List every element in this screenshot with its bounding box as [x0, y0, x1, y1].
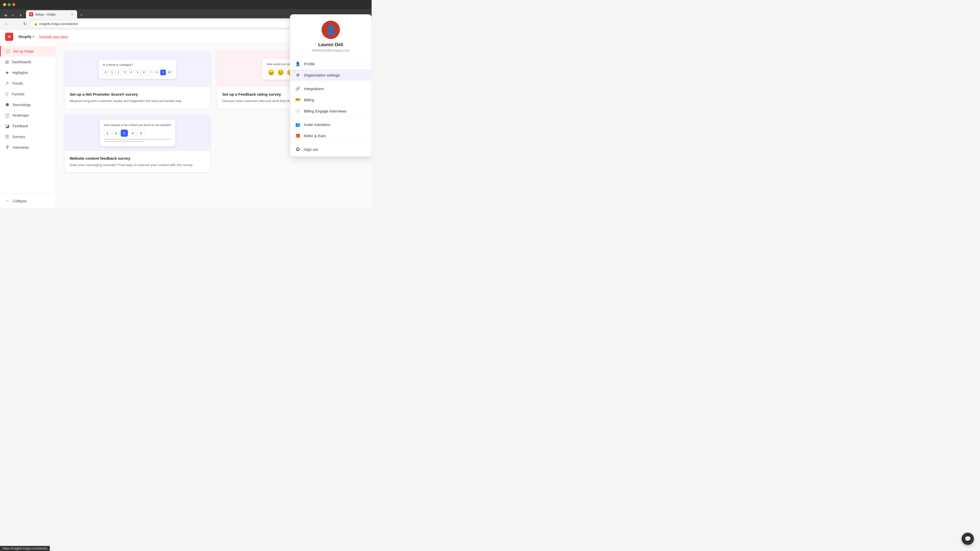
rating-btn-3-selected[interactable]: 3: [121, 130, 128, 137]
dropdown-divider-3: [290, 142, 371, 143]
dropdown-item-refer[interactable]: 🎁 Refer & Earn: [290, 130, 371, 141]
site-selector[interactable]: Shopify ▾: [16, 34, 36, 40]
sidebar-funnels-label: Funnels: [12, 92, 24, 96]
sidebar-dashboards-label: Dashboards: [12, 60, 32, 64]
invite-label: Invite members: [304, 122, 330, 127]
dashboards-icon: ⊞: [5, 59, 9, 65]
window-control-close[interactable]: [12, 3, 15, 6]
nps-question: to a friend or colleague?: [103, 63, 172, 67]
billing-label: Billing: [304, 98, 314, 102]
url-bar[interactable]: 🔒 insights.hotjar.com/site/list: [30, 20, 303, 28]
sidebar-trends-label: Trends: [12, 81, 23, 86]
signout-icon: ⏻: [295, 147, 301, 152]
nps-preview: to a friend or colleague? 0 1 2 3 4 5 6 …: [65, 51, 210, 87]
rating-btn-4[interactable]: 4: [129, 130, 136, 137]
tab-close-icon[interactable]: ✕: [70, 12, 74, 16]
dropdown-user-name: Lauren Deli: [295, 42, 366, 48]
dropdown-user-email: 83455102@moodjoy.com: [295, 48, 366, 52]
dropdown-item-integrations[interactable]: 🔗 Integrations: [290, 83, 371, 94]
dropdown-header: 👤 Lauren Deli 83455102@moodjoy.com: [290, 14, 371, 57]
sidebar-surveys-label: Surveys: [12, 135, 25, 139]
nps-btn-5[interactable]: 5: [135, 70, 140, 75]
sidebar-heatmaps-label: Heatmaps: [13, 113, 29, 118]
refer-icon: 🎁: [295, 133, 301, 138]
profile-icon: 👤: [295, 61, 301, 66]
dropdown-item-profile[interactable]: 👤 Profile: [290, 58, 371, 69]
billing-engage-icon: 📄: [295, 108, 301, 114]
window-control-maximize[interactable]: [8, 3, 11, 6]
sidebar-item-heatmaps[interactable]: ◫ Heatmaps: [0, 110, 56, 121]
collapse-label: Collapse: [13, 199, 27, 203]
nps-buttons-row: 0 1 2 3 4 5 6 7 8 9 10: [103, 70, 172, 75]
rating-btn-2[interactable]: 2: [112, 130, 119, 137]
nps-btn-4[interactable]: 4: [128, 70, 134, 75]
org-settings-icon: ⚙: [295, 73, 301, 78]
upgrade-link[interactable]: Upgrade your plans: [39, 35, 68, 38]
new-tab-btn[interactable]: +: [78, 12, 85, 18]
rating-btn-1[interactable]: 1: [104, 130, 111, 137]
dropdown-items: 👤 Profile ⚙ Organization settings 🔗 Inte…: [290, 57, 371, 156]
sidebar-item-trends[interactable]: ↗ Trends: [0, 78, 56, 89]
sidebar-item-dashboards[interactable]: ⊞ Dashboards: [0, 57, 56, 67]
sidebar-item-highlights[interactable]: ★ Highlights: [0, 67, 56, 78]
dropdown-item-billing[interactable]: 💳 Billing: [290, 94, 371, 105]
content-card-body: Website content feedback survey Does you…: [65, 151, 210, 173]
content-feedback-card[interactable]: How relevant is the content you found on…: [64, 115, 211, 173]
nps-btn-8[interactable]: 8: [154, 70, 159, 75]
dropdown-item-org-settings[interactable]: ⚙ Organization settings: [290, 69, 371, 81]
sidebar: ⬡ Set up Hotjar ⊞ Dashboards ★ Highlight…: [0, 44, 56, 208]
nps-widget: to a friend or colleague? 0 1 2 3 4 5 6 …: [99, 59, 177, 79]
billing-engage-label: Billing Engage interviews: [304, 109, 347, 113]
feedback-icon: ◪: [5, 123, 10, 129]
tab-recent-btn[interactable]: ▾: [18, 12, 24, 18]
funnels-icon: ▽: [5, 91, 9, 97]
collapse-btn[interactable]: ← Collapse: [0, 196, 56, 206]
content-question: How relevant is the content you found on…: [104, 123, 172, 127]
tab-back-btn[interactable]: ◀: [2, 12, 9, 18]
app-layout: ⬡ Set up Hotjar ⊞ Dashboards ★ Highlight…: [0, 44, 372, 208]
dropdown-item-signout[interactable]: ⏻ Sign out: [290, 144, 371, 155]
dropdown-item-invite[interactable]: 👥 Invite members: [290, 119, 371, 130]
site-name: Shopify: [18, 35, 32, 39]
nps-card[interactable]: to a friend or colleague? 0 1 2 3 4 5 6 …: [64, 51, 211, 109]
divider-short: [104, 141, 145, 142]
emoji-sad: 😟: [277, 69, 284, 76]
window-control-minimize[interactable]: [3, 3, 6, 6]
app-logo: H: [5, 33, 13, 41]
nps-btn-1[interactable]: 1: [109, 70, 115, 75]
integrations-label: Integrations: [304, 86, 324, 91]
reload-btn[interactable]: ↻: [21, 20, 29, 28]
dropdown-avatar: 👤: [321, 21, 340, 39]
rating-btn-5[interactable]: 5: [138, 130, 145, 137]
content-card-title: Website content feedback survey: [70, 156, 205, 160]
sidebar-divider: [0, 193, 56, 194]
tab-forward-btn[interactable]: ▶: [10, 12, 16, 18]
sidebar-item-feedback[interactable]: ◪ Feedback: [0, 121, 56, 131]
interviews-icon: 🎙: [5, 144, 10, 150]
sidebar-item-recordings[interactable]: ⏺ Recordings: [0, 100, 56, 110]
nps-btn-0[interactable]: 0: [103, 70, 108, 75]
trends-icon: ↗: [5, 81, 9, 86]
invite-icon: 👥: [295, 122, 301, 127]
url-lock-icon: 🔒: [34, 22, 38, 26]
sidebar-item-interviews[interactable]: 🎙 Interviews: [0, 142, 56, 152]
back-btn[interactable]: ←: [3, 20, 10, 28]
emoji-angry: 😠: [268, 69, 275, 76]
nps-btn-9-selected[interactable]: 9: [160, 70, 166, 75]
sidebar-setup-label: Set up Hotjar: [13, 49, 34, 53]
highlights-icon: ★: [5, 70, 9, 76]
tab-title: Setup - Hotjar: [35, 13, 68, 16]
sidebar-feedback-label: Feedback: [13, 124, 28, 128]
nps-btn-2[interactable]: 2: [116, 70, 121, 75]
active-tab[interactable]: H Setup - Hotjar ✕: [26, 10, 77, 18]
sidebar-item-funnels[interactable]: ▽ Funnels: [0, 89, 56, 100]
nps-btn-6[interactable]: 6: [141, 70, 147, 75]
sidebar-item-setup[interactable]: ⬡ Set up Hotjar: [0, 46, 56, 57]
nps-btn-7[interactable]: 7: [148, 70, 153, 75]
forward-btn[interactable]: →: [12, 20, 19, 28]
nps-btn-10[interactable]: 10: [167, 70, 172, 75]
divider-long: [104, 139, 172, 140]
sidebar-item-surveys[interactable]: ☰ Surveys: [0, 131, 56, 142]
nps-btn-3[interactable]: 3: [122, 70, 127, 75]
dropdown-item-billing-engage[interactable]: 📄 Billing Engage interviews: [290, 105, 371, 117]
